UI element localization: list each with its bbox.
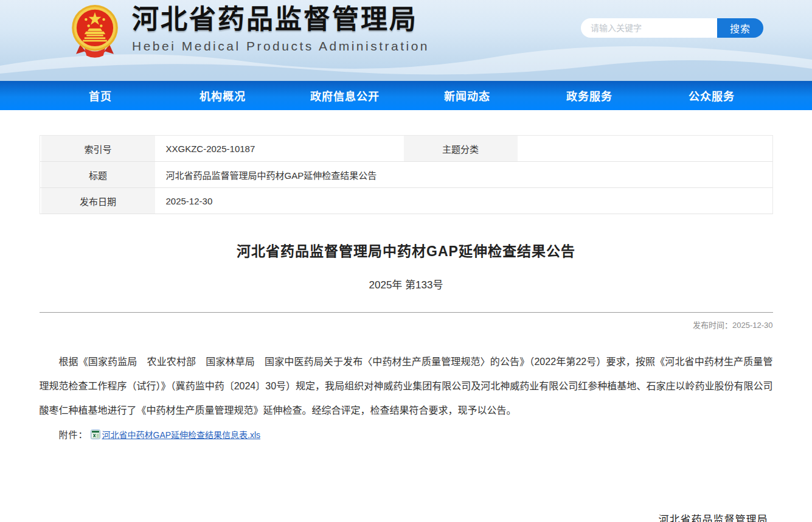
- meta-row-title: 标题 河北省药品监督管理局中药材GAP延伸检查结果公告: [40, 162, 772, 188]
- site-title: 河北省药品监督管理局: [132, 5, 429, 36]
- meta-date-label: 发布日期: [40, 188, 156, 214]
- meta-date-value: 2025-12-30: [156, 188, 772, 214]
- nav-item-about[interactable]: 机构概况: [162, 81, 284, 110]
- excel-file-icon: [91, 430, 100, 439]
- publish-time: 发布时间：2025-12-30: [40, 319, 773, 330]
- nav-item-home[interactable]: 首页: [40, 81, 162, 110]
- meta-index-label: 索引号: [40, 136, 156, 161]
- nav-item-public-services[interactable]: 公众服务: [651, 81, 773, 110]
- signature-block: 河北省药品监督管理局 2025年12月30日: [40, 511, 773, 522]
- article-title: 河北省药品监督管理局中药材GAP延伸检查结果公告: [40, 240, 773, 260]
- attachment-link[interactable]: 河北省中药材GAP延伸检查结果信息表.xls: [102, 428, 261, 440]
- article-body-paragraph: 根据《国家药监局 农业农村部 国家林草局 国家中医药局关于发布〈中药材生产质量管…: [40, 350, 773, 423]
- attachment-label: 附件：: [59, 428, 88, 440]
- meta-index-value: XXGKZC-2025-10187: [156, 136, 403, 161]
- meta-title-label: 标题: [40, 162, 156, 187]
- meta-topic-value: [519, 136, 772, 161]
- nav-item-gov-services[interactable]: 政务服务: [529, 81, 651, 110]
- meta-row-date: 发布日期 2025-12-30: [40, 188, 772, 214]
- content-area: 索引号 XXGKZC-2025-10187 主题分类 标题 河北省药品监督管理局…: [40, 135, 773, 522]
- site-subtitle-english: Hebei Medical Products Administration: [132, 39, 429, 54]
- meta-title-value: 河北省药品监督管理局中药材GAP延伸检查结果公告: [156, 162, 772, 187]
- search-input[interactable]: [581, 18, 717, 38]
- article-issue-number: 2025年 第133号: [40, 276, 773, 291]
- document-meta-table: 索引号 XXGKZC-2025-10187 主题分类 标题 河北省药品监督管理局…: [40, 135, 773, 214]
- attachment-line: 附件： 河北省中药材GAP延伸检查结果信息表.xls: [40, 428, 773, 440]
- national-emblem-logo: [69, 4, 121, 58]
- search-button[interactable]: 搜索: [717, 18, 763, 38]
- title-divider: [40, 312, 773, 313]
- article: 河北省药品监督管理局中药材GAP延伸检查结果公告 2025年 第133号 发布时…: [40, 240, 773, 522]
- brand[interactable]: 河北省药品监督管理局 Hebei Medical Products Admini…: [69, 4, 429, 58]
- site-header: 河北省药品监督管理局 Hebei Medical Products Admini…: [0, 0, 812, 81]
- search-box: 搜索: [581, 18, 763, 38]
- nav-item-gov-info[interactable]: 政府信息公开: [284, 81, 406, 110]
- signature-agency-name: 河北省药品监督管理局: [40, 511, 773, 522]
- meta-topic-label: 主题分类: [403, 136, 519, 161]
- nav-item-news[interactable]: 新闻动态: [406, 81, 529, 110]
- meta-row-index: 索引号 XXGKZC-2025-10187 主题分类: [40, 136, 772, 162]
- main-nav: 首页 机构概况 政府信息公开 新闻动态 政务服务 公众服务: [0, 81, 812, 110]
